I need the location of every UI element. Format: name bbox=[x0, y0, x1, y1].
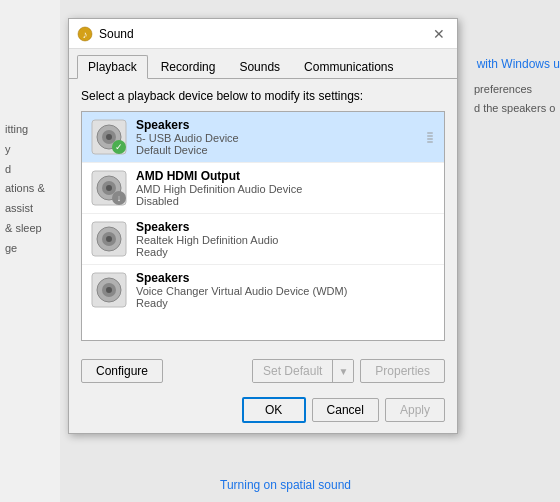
device-item-2[interactable]: ↓ AMD HDMI Output AMD High Definition Au… bbox=[82, 163, 444, 214]
device-list[interactable]: ✓ Speakers 5- USB Audio Device Default D… bbox=[81, 111, 445, 341]
svg-point-13 bbox=[106, 236, 112, 242]
sound-icon: ♪ bbox=[77, 26, 93, 42]
ok-button[interactable]: OK bbox=[242, 397, 306, 423]
properties-button[interactable]: Properties bbox=[360, 359, 445, 383]
tab-playback[interactable]: Playback bbox=[77, 55, 148, 79]
bottom-button-row: OK Cancel Apply bbox=[69, 391, 457, 433]
svg-text:♪: ♪ bbox=[83, 29, 88, 40]
device-name-1: Speakers bbox=[136, 118, 420, 132]
svg-point-9 bbox=[106, 185, 112, 191]
device-info-3: Speakers Realtek High Definition Audio R… bbox=[136, 220, 436, 258]
tab-sounds[interactable]: Sounds bbox=[228, 55, 291, 78]
dialog-body: Select a playback device below to modify… bbox=[69, 79, 457, 351]
svg-point-17 bbox=[106, 287, 112, 293]
device-icon-1: ✓ bbox=[90, 118, 128, 156]
spatial-sound-text: Turning on spatial sound bbox=[220, 478, 351, 492]
device-info-1: Speakers 5- USB Audio Device Default Dev… bbox=[136, 118, 420, 156]
scroll-indicator-1 bbox=[424, 132, 436, 143]
device-icon-4 bbox=[90, 271, 128, 309]
title-bar-left: ♪ Sound bbox=[77, 26, 134, 42]
device-status-3: Ready bbox=[136, 246, 436, 258]
apply-button[interactable]: Apply bbox=[385, 398, 445, 422]
device-name-3: Speakers bbox=[136, 220, 436, 234]
cancel-button[interactable]: Cancel bbox=[312, 398, 379, 422]
device-sub-3: Realtek High Definition Audio bbox=[136, 234, 436, 246]
device-status-1: Default Device bbox=[136, 144, 420, 156]
middle-button-row: Configure Set Default ▼ Properties bbox=[69, 351, 457, 391]
speaker-svg-4 bbox=[90, 271, 128, 309]
device-status-4: Ready bbox=[136, 297, 436, 309]
set-default-group: Set Default ▼ bbox=[252, 359, 354, 383]
set-default-arrow[interactable]: ▼ bbox=[332, 360, 353, 382]
dialog-title: Sound bbox=[99, 27, 134, 41]
device-name-2: AMD HDMI Output bbox=[136, 169, 436, 183]
speaker-svg-3 bbox=[90, 220, 128, 258]
device-icon-3 bbox=[90, 220, 128, 258]
device-info-4: Speakers Voice Changer Virtual Audio Dev… bbox=[136, 271, 436, 309]
device-icon-2: ↓ bbox=[90, 169, 128, 207]
device-sub-4: Voice Changer Virtual Audio Device (WDM) bbox=[136, 285, 436, 297]
device-sub-1: 5- USB Audio Device bbox=[136, 132, 420, 144]
device-info-2: AMD HDMI Output AMD High Definition Audi… bbox=[136, 169, 436, 207]
left-sidebar: ittingydations &assist& sleepge bbox=[0, 0, 60, 502]
right-sidebar: preferencesd the speakers o bbox=[470, 80, 560, 117]
device-item-4[interactable]: Speakers Voice Changer Virtual Audio Dev… bbox=[82, 265, 444, 315]
device-item-1[interactable]: ✓ Speakers 5- USB Audio Device Default D… bbox=[82, 112, 444, 163]
title-bar: ♪ Sound ✕ bbox=[69, 19, 457, 49]
device-name-4: Speakers bbox=[136, 271, 436, 285]
check-badge-1: ✓ bbox=[112, 140, 126, 154]
instruction-text: Select a playback device below to modify… bbox=[81, 89, 445, 103]
sidebar-text: ittingydations &assist& sleepge bbox=[5, 120, 45, 259]
with-windows-text: with Windows u bbox=[477, 57, 560, 71]
configure-button[interactable]: Configure bbox=[81, 359, 163, 383]
set-default-button[interactable]: Set Default bbox=[253, 360, 332, 382]
device-status-2: Disabled bbox=[136, 195, 436, 207]
sound-dialog: ♪ Sound ✕ Playback Recording Sounds Comm… bbox=[68, 18, 458, 434]
tab-recording[interactable]: Recording bbox=[150, 55, 227, 78]
down-badge-2: ↓ bbox=[112, 191, 126, 205]
close-button[interactable]: ✕ bbox=[429, 24, 449, 44]
device-item-3[interactable]: Speakers Realtek High Definition Audio R… bbox=[82, 214, 444, 265]
device-sub-2: AMD High Definition Audio Device bbox=[136, 183, 436, 195]
svg-point-5 bbox=[106, 134, 112, 140]
tab-bar: Playback Recording Sounds Communications bbox=[69, 49, 457, 79]
tab-communications[interactable]: Communications bbox=[293, 55, 404, 78]
